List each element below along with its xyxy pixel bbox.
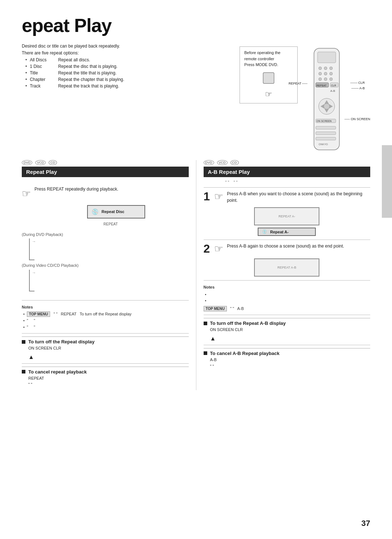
cancel-ab-content: A-B " " [210,357,371,369]
cd-badge-r: CD [230,160,239,165]
svg-point-4 [324,67,327,70]
step1-section: 1 ☞ Press A-B when you want to choose a … [204,187,371,236]
svg-point-5 [330,67,332,70]
options-list: • All Discs Repeat all discs. • 1 Disc R… [25,57,232,89]
repeat-btn-label: REPEAT [289,82,307,85]
repeat-play-content: ☞ Press REPEAT repeatedly during playbac… [22,180,189,297]
remote-instruction-line3: Press MODE DVD. [244,62,293,68]
intro-section: Desired disc or title can be played back… [22,43,232,154]
left-notes: Notes • TOP MENU " " REPEAT To turn off … [22,304,189,330]
svg-rect-27 [316,137,336,140]
note-item-2: • " " [23,318,189,324]
disc-icon: 💿 [91,207,99,217]
quote-row: " " " " [225,180,371,184]
square-bullet-icon-3 [204,322,207,325]
svg-text:ON SCREEN: ON SCREEN [317,120,332,122]
svg-text:ONKYO: ONKYO [319,143,328,146]
remote-control-area: REPEAT CLR A-B ON SCREEN [305,46,352,156]
list-item: • Title Repeat the title that is playing… [25,70,232,76]
cancel-ab-header: To cancel A-B Repeat playback [204,348,371,356]
dvd-flow-corner [29,257,34,260]
cancel-repeat-content: REPEAT " " [28,375,189,388]
arrow-up-1: ▲ [28,354,189,360]
remote-instruction-line1: Before operating the [244,50,293,56]
note-item-3: • " " [23,324,189,331]
svg-point-3 [319,67,322,70]
note-item-1: • TOP MENU " " REPEAT To turn off the Re… [23,311,189,318]
svg-point-18 [324,103,330,109]
step2-display-box: REPEAT A-B [254,258,319,277]
repeat-play-section: DVD VCD CD Repeat Play ☞ Press REPEAT re… [22,160,196,390]
step2-text: Press A-B again to choose a scene (sound… [227,243,370,249]
instruction-row: ☞ Press REPEAT repeatedly during playbac… [22,186,189,202]
remote-instruction-box: Before operating the remote controller P… [240,46,298,103]
main-content: DVD VCD CD Repeat Play ☞ Press REPEAT re… [22,160,370,390]
ab-repeat-header: A-B Repeat Play [204,167,371,177]
arrow-up-2: ▲ [210,335,371,342]
hand-pointer-icon: ☞ [265,90,272,99]
clr-label: CLR [350,81,365,85]
right-note-2: • [205,298,371,304]
hand-icon-1: ☞ [22,186,31,202]
repeat-instruction: Press REPEAT repeatedly during playback. [34,186,118,193]
square-bullet-icon-4 [204,351,207,355]
on-screen-label: ON SCREEN [344,117,370,121]
ab-label: A-B [351,86,365,90]
svg-point-6 [319,72,322,75]
svg-point-11 [330,78,332,81]
vcd-flow-bracket: → [29,270,189,288]
list-item: • Track Repeat the track that is playing… [25,83,232,89]
intro-line1: Desired disc or title can be played back… [22,43,232,50]
top-menu-badge: TOP MENU [27,311,50,317]
square-bullet-icon [22,340,25,344]
step2-row: 2 ☞ Press A-B again to choose a scene (s… [204,243,371,255]
svg-text:A-B: A-B [330,89,335,93]
ab-repeat-section: DVD VCD CD A-B Repeat Play " " " " 1 ☞ P… [204,160,371,390]
repeat-a-mockup: 💿 Repeat A- [250,228,323,236]
right-notes: Notes • • TOP MENU " " A-B [204,284,371,312]
mode-button-icon [261,71,276,85]
side-tab [382,145,392,218]
dvd-badge-r: DVD [204,160,214,165]
list-item: • 1 Disc Repeat the disc that is playing… [25,63,232,70]
svg-point-8 [330,72,332,75]
vcd-badge: VCD [35,160,46,165]
list-item: • All Discs Repeat all discs. [25,57,232,63]
format-badges-right: DVD VCD CD [204,160,371,165]
vcd-badge-r: VCD [217,160,228,165]
svg-rect-0 [263,73,274,83]
svg-point-9 [319,78,322,81]
top-menu-badge-r: TOP MENU [204,306,227,311]
turn-off-repeat-content: ON SCREEN CLR [28,345,189,352]
cd-badge: CD [49,160,57,165]
turn-off-ab-content: ON SCREEN CLR [210,327,371,333]
step1-text: Press A-B when you want to choose a scen… [227,191,370,204]
format-badges-left: DVD VCD CD [22,160,189,165]
svg-point-10 [324,78,327,81]
repeat-disc-display: 💿 Repeat Disc [87,205,145,219]
svg-rect-26 [316,132,336,135]
dvd-flow-bracket: → [29,238,189,257]
right-note-1: • [205,291,371,298]
vcd-playback-section: (During Video CD/CD Playback) → [22,262,189,291]
remote-instruction-line2: remote controller [244,56,293,62]
dvd-playback-section: (During DVD Playback) → [22,232,189,261]
step1-row: 1 ☞ Press A-B when you want to choose a … [204,191,371,204]
remote-control-svg: REPEAT CLR A-B ON SCREEN [305,46,352,155]
intro-line2: There are five repeat options: [22,50,232,57]
hand-icon-2: ☞ [214,191,223,203]
right-note-line: TOP MENU " " A-B [204,306,371,312]
svg-rect-2 [318,52,336,63]
svg-point-7 [324,72,327,75]
page-number: 37 [362,519,370,528]
step2-section: 2 ☞ Press A-B again to choose a scene (s… [204,240,371,277]
hand-icon-3: ☞ [214,243,223,255]
cancel-repeat-header: To cancel repeat playback [22,367,189,375]
list-item: • Chapter Repeat the chapter that is pla… [25,76,232,83]
turn-off-ab-header: To turn off the Repeat A-B display [204,318,371,326]
turn-off-repeat-header: To turn off the Repeat display [22,336,189,344]
vcd-flow-corner [29,288,34,291]
dvd-badge: DVD [22,160,32,165]
repeat-label-display: REPEAT [33,221,189,228]
step1-display-box: REPEAT A- [254,207,319,225]
